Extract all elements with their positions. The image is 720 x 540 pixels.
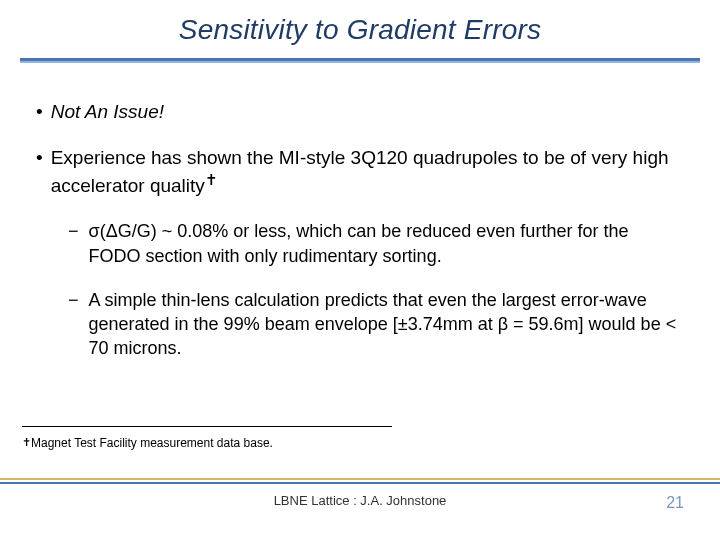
footnote: ✝Magnet Test Facility measurement data b… bbox=[22, 436, 273, 450]
bullet-marker: − bbox=[68, 219, 79, 268]
footnote-text: Magnet Test Facility measurement data ba… bbox=[31, 436, 273, 450]
dagger-icon: ✝ bbox=[22, 436, 31, 448]
content-area: • Not An Issue! • Experience has shown t… bbox=[0, 63, 720, 361]
sigma-symbol: σ bbox=[89, 221, 100, 241]
bullet-text: A simple thin-lens calculation predicts … bbox=[89, 288, 684, 361]
bullet-level1: • Experience has shown the MI-style 3Q12… bbox=[36, 145, 684, 200]
bullet-marker: • bbox=[36, 145, 43, 200]
plusminus-symbol: ± bbox=[398, 314, 408, 334]
bullet-text: Experience has shown the MI-style 3Q120 … bbox=[51, 145, 684, 200]
footer-text: LBNE Lattice : J.A. Johnstone bbox=[0, 493, 720, 508]
bullet-marker: − bbox=[68, 288, 79, 361]
dagger-icon: ✝ bbox=[205, 171, 218, 188]
bullet-text-main: Experience has shown the MI-style 3Q120 … bbox=[51, 147, 669, 197]
title-block: Sensitivity to Gradient Errors bbox=[0, 0, 720, 63]
bullet-level1: • Not An Issue! bbox=[36, 99, 684, 125]
bullet-level2: − σ(ΔG/G) ~ 0.08% or less, which can be … bbox=[68, 219, 684, 268]
slide: Sensitivity to Gradient Errors • Not An … bbox=[0, 0, 720, 540]
page-number: 21 bbox=[666, 494, 684, 512]
sub2-text-mid: 3.74mm at bbox=[408, 314, 498, 334]
sub1-rest: G/G) ~ 0.08% or less, which can be reduc… bbox=[89, 221, 629, 265]
beta-symbol: β bbox=[498, 314, 508, 334]
bullet-text: Not An Issue! bbox=[51, 99, 684, 125]
bullet-marker: • bbox=[36, 99, 43, 125]
footnote-rule bbox=[22, 426, 392, 427]
delta-symbol: Δ bbox=[106, 221, 118, 241]
slide-title: Sensitivity to Gradient Errors bbox=[0, 14, 720, 46]
footer-horizontal-rule bbox=[0, 478, 720, 484]
bullet-level2: − A simple thin-lens calculation predict… bbox=[68, 288, 684, 361]
bullet-text: σ(ΔG/G) ~ 0.08% or less, which can be re… bbox=[89, 219, 684, 268]
